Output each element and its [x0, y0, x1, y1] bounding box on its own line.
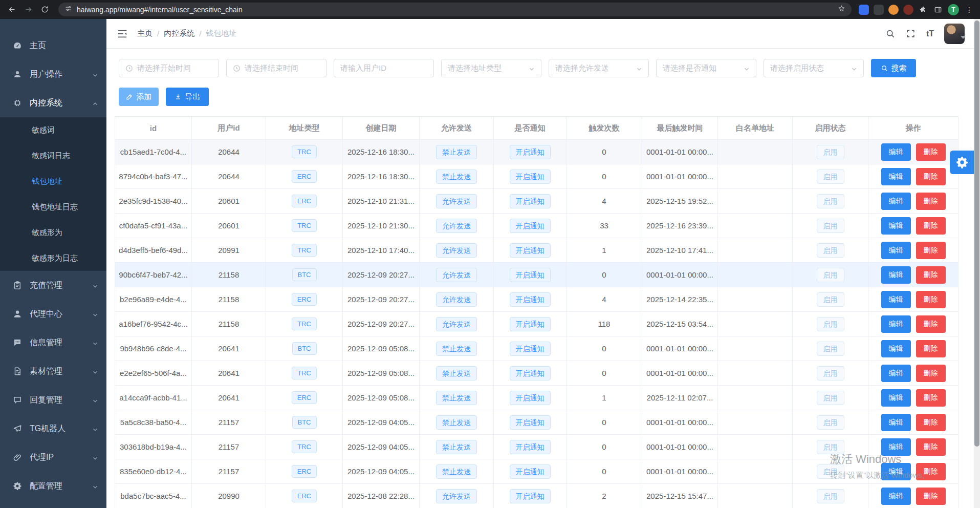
table-row: a16bef76-9542-4c...21158TRC2025-12-09 20…	[115, 312, 959, 336]
sidebar-item-sensitive-behavior-log[interactable]: 敏感形为日志	[0, 245, 106, 271]
delete-button[interactable]: 删除	[916, 414, 946, 431]
extensions-puzzle-icon[interactable]	[918, 5, 928, 15]
browser-forward-button[interactable]	[21, 3, 35, 16]
address-type-select[interactable]: 请选择地址类型	[441, 59, 541, 77]
sidebar-submenu-internal-system: 敏感词敏感词日志钱包地址钱包地址日志敏感形为敏感形为日志	[0, 117, 106, 271]
cell-id: 835e60e0-db12-4...	[115, 459, 192, 484]
delete-button[interactable]: 删除	[916, 193, 946, 210]
delete-button[interactable]: 删除	[916, 438, 946, 456]
delete-button[interactable]: 删除	[916, 340, 946, 357]
side-panel-icon[interactable]	[933, 5, 943, 15]
url-text[interactable]: haiwang.app/miwang#/internal/user_sensit…	[77, 6, 833, 14]
cell-address-type: ERC	[266, 164, 343, 189]
browser-profile-avatar[interactable]: T	[948, 4, 959, 15]
sidebar-item-recharge[interactable]: 充值管理	[0, 271, 106, 300]
sidebar-item-wallet-address[interactable]: 钱包地址	[0, 168, 106, 194]
site-settings-icon[interactable]	[64, 5, 72, 14]
address-bar[interactable]: haiwang.app/miwang#/internal/user_sensit…	[58, 3, 852, 16]
delete-button[interactable]: 删除	[916, 488, 946, 505]
edit-button[interactable]: 编辑	[881, 168, 911, 185]
status-badge: 启用	[817, 391, 844, 405]
delete-button[interactable]: 删除	[916, 315, 946, 333]
sidebar-item-home[interactable]: 主页	[0, 31, 106, 60]
sidebar-item-tg-bot[interactable]: TG机器人	[0, 414, 106, 443]
allow-send-select[interactable]: 请选择允许发送	[549, 59, 649, 77]
edit-button[interactable]: 编辑	[881, 438, 911, 456]
sidebar-item-agent-center[interactable]: 代理中心	[0, 300, 106, 328]
edit-button[interactable]: 编辑	[881, 463, 911, 480]
export-button[interactable]: 导出	[166, 88, 209, 106]
sidebar-item-internal-system[interactable]: 内控系统	[0, 89, 106, 117]
edit-button[interactable]: 编辑	[881, 315, 911, 333]
fullscreen-icon[interactable]	[906, 29, 916, 39]
cell-created-date: 2025-12-09 05:08...	[343, 336, 420, 361]
delete-button[interactable]: 删除	[916, 291, 946, 308]
column-header: 白名单地址	[718, 117, 793, 140]
sidebar-item-user-ops[interactable]: 用户操作	[0, 60, 106, 89]
sidebar-item-message[interactable]: 信息管理	[0, 328, 106, 357]
edit-button[interactable]: 编辑	[881, 291, 911, 308]
delete-button[interactable]: 删除	[916, 389, 946, 407]
sidebar-item-label: 用户操作	[30, 69, 62, 80]
sidebar-item-wallet-address-log[interactable]: 钱包地址日志	[0, 194, 106, 220]
extension-dark-icon[interactable]	[874, 5, 884, 15]
avatar[interactable]	[944, 24, 965, 44]
bookmark-star-icon[interactable]	[838, 5, 845, 14]
edit-button[interactable]: 编辑	[881, 365, 911, 382]
chevron-down-icon	[529, 65, 535, 71]
delete-button[interactable]: 删除	[916, 143, 946, 161]
browser-menu-icon[interactable]: ⋮	[964, 6, 975, 14]
delete-button[interactable]: 删除	[916, 365, 946, 382]
cell-last-trigger-time: 0001-01-01 00:00...	[642, 164, 718, 189]
enable-status-select[interactable]: 请选择启用状态	[764, 59, 864, 77]
cell-trigger-count: 0	[567, 410, 642, 435]
add-button[interactable]: 添加	[119, 88, 159, 106]
sidebar-item-reply[interactable]: 回复管理	[0, 386, 106, 414]
extension-maroon-icon[interactable]	[903, 5, 913, 15]
breadcrumb-item-1[interactable]: 主页	[137, 29, 153, 38]
cell-trigger-count: 4	[567, 189, 642, 214]
sidebar-item-sensitive-words[interactable]: 敏感词	[0, 117, 106, 143]
delete-button[interactable]: 删除	[916, 266, 946, 284]
sidebar-item-sensitive-words-log[interactable]: 敏感词日志	[0, 143, 106, 168]
sidebar-collapse-icon[interactable]	[117, 28, 128, 39]
edit-button[interactable]: 编辑	[881, 340, 911, 357]
delete-button[interactable]: 删除	[916, 463, 946, 480]
table-row: d4d3eff5-bef6-49d...20991TRC2025-12-10 1…	[115, 238, 959, 263]
search-button[interactable]: 搜索	[871, 59, 916, 77]
edit-button[interactable]: 编辑	[881, 266, 911, 284]
scrollbar-thumb[interactable]	[974, 20, 979, 447]
delete-button[interactable]: 删除	[916, 217, 946, 235]
sidebar-item-proxy-ip[interactable]: 代理IP	[0, 443, 106, 472]
notify-select[interactable]: 请选择是否通知	[656, 59, 756, 77]
end-time-input[interactable]: 请选择结束时间	[226, 59, 326, 77]
settings-panel-button[interactable]	[950, 151, 974, 174]
sidebar-item-config[interactable]: 配置管理	[0, 472, 106, 500]
breadcrumb-item-2[interactable]: 内控系统	[164, 29, 194, 38]
search-icon[interactable]	[885, 29, 896, 39]
sidebar-item-sensitive-behavior[interactable]: 敏感形为	[0, 220, 106, 245]
edit-button[interactable]: 编辑	[881, 143, 911, 161]
cell-whitelist-address	[718, 410, 793, 435]
edit-button[interactable]: 编辑	[881, 217, 911, 235]
notify-badge: 开启通知	[510, 317, 551, 331]
extension-orange-icon[interactable]	[888, 5, 899, 15]
edit-button[interactable]: 编辑	[881, 488, 911, 505]
edit-button[interactable]: 编辑	[881, 414, 911, 431]
cell-created-date: 2025-12-16 18:30...	[343, 164, 420, 189]
chevron-down-icon	[92, 71, 98, 77]
extension-blue-icon[interactable]	[859, 5, 869, 15]
edit-button[interactable]: 编辑	[881, 242, 911, 259]
user-id-input[interactable]: 请输入用户ID	[334, 59, 434, 77]
start-time-input[interactable]: 请选择开始时间	[119, 59, 219, 77]
edit-button[interactable]: 编辑	[881, 193, 911, 210]
browser-back-button[interactable]	[5, 3, 18, 16]
user-menu[interactable]	[944, 24, 966, 44]
browser-refresh-button[interactable]	[38, 3, 51, 16]
sidebar-item-account-perm[interactable]: 帐号权限	[0, 500, 106, 508]
font-size-icon[interactable]: tT	[926, 29, 934, 38]
delete-button[interactable]: 删除	[916, 242, 946, 259]
sidebar-item-material[interactable]: 素材管理	[0, 357, 106, 386]
edit-button[interactable]: 编辑	[881, 389, 911, 407]
delete-button[interactable]: 删除	[916, 168, 946, 185]
